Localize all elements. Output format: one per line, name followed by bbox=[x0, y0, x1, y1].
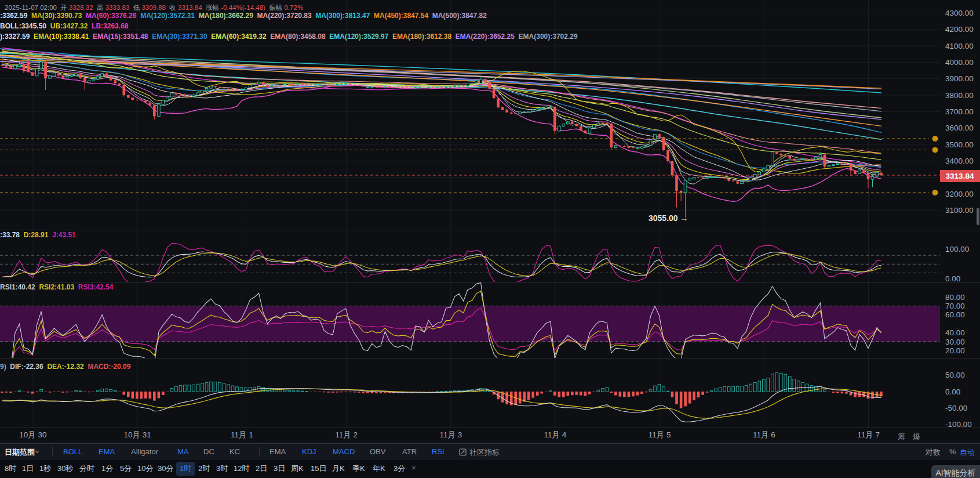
svg-text:11月 7: 11月 7 bbox=[857, 430, 880, 439]
svg-text:3500.00: 3500.00 bbox=[945, 140, 974, 149]
svg-text:4200.00: 4200.00 bbox=[945, 25, 974, 34]
svg-text:50.00: 50.00 bbox=[945, 371, 965, 379]
svg-text:11月 1: 11月 1 bbox=[231, 430, 253, 439]
svg-text:40.00: 40.00 bbox=[945, 328, 965, 337]
svg-text:80.00: 80.00 bbox=[945, 293, 965, 302]
svg-text:3900.00: 3900.00 bbox=[945, 74, 974, 83]
svg-text:30.00: 30.00 bbox=[945, 338, 965, 346]
svg-text:3800.00: 3800.00 bbox=[945, 91, 974, 100]
svg-text:10月 31: 10月 31 bbox=[124, 430, 151, 439]
svg-text:0.00: 0.00 bbox=[945, 274, 960, 283]
svg-text:11月 2: 11月 2 bbox=[335, 430, 358, 439]
svg-text:4100.00: 4100.00 bbox=[945, 42, 974, 50]
svg-text:筹 爆: 筹 爆 bbox=[898, 432, 920, 441]
svg-text:3200.00: 3200.00 bbox=[945, 190, 974, 198]
svg-text:11月 6: 11月 6 bbox=[753, 430, 775, 439]
svg-text:3400.00: 3400.00 bbox=[945, 157, 974, 165]
svg-text:3700.00: 3700.00 bbox=[945, 107, 974, 116]
svg-text:10月 30: 10月 30 bbox=[19, 430, 46, 439]
svg-text:11月 3: 11月 3 bbox=[439, 430, 462, 439]
svg-text:0.00: 0.00 bbox=[945, 388, 960, 396]
svg-text:3100.00: 3100.00 bbox=[945, 206, 974, 215]
svg-text:70.00: 70.00 bbox=[945, 302, 965, 310]
svg-text:60.00: 60.00 bbox=[945, 310, 965, 319]
svg-text:11月 4: 11月 4 bbox=[544, 430, 567, 439]
svg-text:4000.00: 4000.00 bbox=[945, 58, 974, 67]
svg-text:3313.84: 3313.84 bbox=[946, 172, 974, 180]
svg-text:3055.00 →: 3055.00 → bbox=[649, 213, 688, 223]
svg-text:3600.00: 3600.00 bbox=[945, 124, 974, 132]
svg-text:100.00: 100.00 bbox=[945, 245, 969, 254]
svg-text:4300.00: 4300.00 bbox=[945, 9, 974, 17]
svg-text:-50.00: -50.00 bbox=[945, 404, 967, 412]
svg-text:11月 5: 11月 5 bbox=[649, 430, 671, 439]
svg-text:20.00: 20.00 bbox=[945, 346, 965, 355]
svg-text:-100.00: -100.00 bbox=[945, 420, 972, 429]
